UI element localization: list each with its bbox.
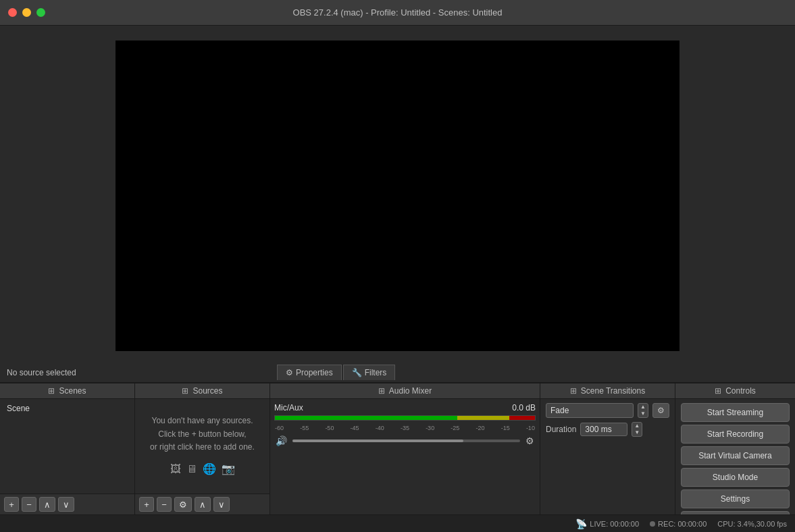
properties-icon: ⚙ (286, 368, 293, 377)
sources-panel-icon: ⊞ (182, 386, 188, 396)
audio-channel-mic: Mic/Aux 0.0 dB -60 -55 -50 (274, 403, 536, 446)
duration-up-btn[interactable]: ▲ (632, 423, 642, 429)
camera-source-icon: 📷 (222, 460, 235, 478)
sources-down-button[interactable]: ∨ (213, 497, 230, 512)
volume-slider[interactable] (292, 440, 520, 442)
audio-channel-header: Mic/Aux 0.0 dB (274, 403, 536, 413)
transitions-icon: ⊞ (570, 386, 577, 396)
transitions-header: ⊞ Scene Transitions (540, 383, 675, 399)
scenes-panel: ⊞ Scenes Scene + − ∧ ∨ (0, 383, 135, 514)
channel-name: Mic/Aux (274, 403, 303, 413)
start-recording-button[interactable]: Start Recording (681, 425, 790, 444)
duration-label: Duration (546, 425, 576, 434)
properties-label: Properties (296, 368, 333, 377)
live-timer: LIVE: 00:00:00 (590, 520, 639, 528)
settings-button[interactable]: Settings (681, 489, 790, 508)
start-streaming-button[interactable]: Start Streaming (681, 403, 790, 422)
audio-channel-controls: 🔊 ⚙ (274, 435, 536, 446)
main-container: No source selected ⚙ Properties 🔧 Filter… (0, 26, 795, 532)
transitions-header-label: Scene Transitions (581, 386, 645, 396)
audio-meter (274, 415, 536, 421)
browser-source-icon: 🌐 (203, 460, 216, 478)
duration-spinner[interactable]: ▲ ▼ (632, 422, 642, 437)
scenes-footer: + − ∧ ∨ (0, 494, 134, 514)
minimize-button[interactable] (22, 8, 31, 17)
status-bar: 📡 LIVE: 00:00:00 REC: 00:00:00 CPU: 3.4%… (0, 514, 795, 532)
audio-mixer-panel: ⊞ Audio Mixer Mic/Aux 0.0 dB (270, 383, 540, 514)
sources-add-button[interactable]: + (139, 497, 154, 512)
transition-up-btn[interactable]: ▲ (638, 404, 648, 410)
meter-red (509, 416, 536, 420)
sources-empty-line2: Click the + button below, (158, 428, 246, 441)
filters-tab[interactable]: 🔧 Filters (343, 365, 396, 380)
transition-type-row: Fade ▲ ▼ ⚙ (546, 403, 669, 418)
broadcast-icon: 📡 (575, 518, 587, 529)
sources-header: ⊞ Sources (135, 383, 270, 399)
no-source-label: No source selected (7, 368, 76, 377)
audio-settings-button[interactable]: ⚙ (524, 435, 536, 446)
audio-content: Mic/Aux 0.0 dB -60 -55 -50 (270, 399, 540, 514)
duration-input[interactable] (580, 423, 627, 436)
title-bar: OBS 27.2.4 (mac) - Profile: Untitled - S… (0, 0, 795, 26)
preview-canvas (116, 41, 679, 351)
controls-icon: ⊞ (715, 386, 721, 396)
sources-config-button[interactable]: ⚙ (174, 497, 192, 512)
controls-panel: ⊞ Controls Start Streaming Start Recordi… (675, 383, 795, 514)
meter-yellow (457, 416, 509, 420)
close-button[interactable] (8, 8, 17, 17)
scenes-header-label: Scenes (59, 386, 86, 396)
sources-remove-button[interactable]: − (157, 497, 172, 512)
scene-item[interactable]: Scene (3, 402, 132, 415)
scenes-header: ⊞ Scenes (0, 383, 134, 399)
window-title: OBS 27.2.4 (mac) - Profile: Untitled - S… (293, 7, 503, 18)
sources-empty-line1: You don't have any sources. (152, 415, 253, 427)
meter-labels: -60 -55 -50 -45 -40 -35 -30 -25 -20 -15 … (274, 425, 536, 431)
volume-fill (292, 440, 463, 442)
cpu-info: CPU: 3.4%,30.00 fps (717, 520, 787, 528)
cpu-status: CPU: 3.4%,30.00 fps (717, 520, 787, 528)
audio-mixer-header: ⊞ Audio Mixer (270, 383, 540, 399)
studio-mode-button[interactable]: Studio Mode (681, 468, 790, 487)
transitions-content: Fade ▲ ▼ ⚙ Duration ▲ ▼ (540, 399, 675, 514)
transition-type-spinner[interactable]: ▲ ▼ (638, 403, 648, 418)
mute-button[interactable]: 🔊 (274, 435, 288, 446)
filters-label: Filters (365, 368, 387, 377)
duration-row: Duration ▲ ▼ (546, 422, 669, 437)
sources-empty-line3: or right click here to add one. (150, 441, 255, 454)
transition-type-select[interactable]: Fade (546, 403, 634, 418)
properties-tab[interactable]: ⚙ Properties (277, 365, 342, 380)
scenes-up-button[interactable]: ∧ (39, 497, 55, 512)
preview-area (0, 26, 795, 363)
scenes-add-button[interactable]: + (4, 497, 19, 512)
transition-config-button[interactable]: ⚙ (652, 403, 669, 418)
controls-header: ⊞ Controls (675, 383, 795, 399)
audio-mixer-label: Audio Mixer (389, 386, 432, 396)
rec-dot (650, 521, 655, 527)
controls-buttons: Start Streaming Start Recording Start Vi… (675, 399, 795, 532)
start-virtual-camera-button[interactable]: Start Virtual Camera (681, 446, 790, 465)
transition-down-btn[interactable]: ▼ (638, 410, 648, 417)
props-filters-bar: No source selected ⚙ Properties 🔧 Filter… (0, 363, 795, 383)
filters-icon: 🔧 (352, 368, 362, 377)
controls-header-label: Controls (725, 386, 756, 396)
sources-footer: + − ⚙ ∧ ∨ (135, 494, 270, 514)
sources-empty-message[interactable]: You don't have any sources. Click the + … (135, 399, 270, 494)
scenes-list: Scene (0, 399, 134, 494)
sources-header-label: Sources (193, 386, 222, 396)
window-controls (8, 8, 45, 17)
source-type-icons: 🖼 🖥 🌐 📷 (170, 460, 235, 478)
duration-down-btn[interactable]: ▼ (632, 429, 642, 436)
channel-db: 0.0 dB (512, 403, 536, 413)
maximize-button[interactable] (36, 8, 45, 17)
scenes-remove-button[interactable]: − (22, 497, 36, 512)
meter-fill (275, 416, 535, 420)
meter-green (275, 416, 457, 420)
sources-up-button[interactable]: ∧ (195, 497, 211, 512)
live-status: 📡 LIVE: 00:00:00 (575, 518, 639, 529)
scene-transitions-panel: ⊞ Scene Transitions Fade ▲ ▼ ⚙ Duration (540, 383, 675, 514)
bottom-panel: ⊞ Scenes Scene + − ∧ ∨ ⊞ Sources You don… (0, 383, 795, 514)
rec-timer: REC: 00:00:00 (658, 520, 707, 528)
display-source-icon: 🖥 (186, 460, 197, 478)
rec-status: REC: 00:00:00 (650, 520, 707, 528)
scenes-down-button[interactable]: ∨ (58, 497, 74, 512)
